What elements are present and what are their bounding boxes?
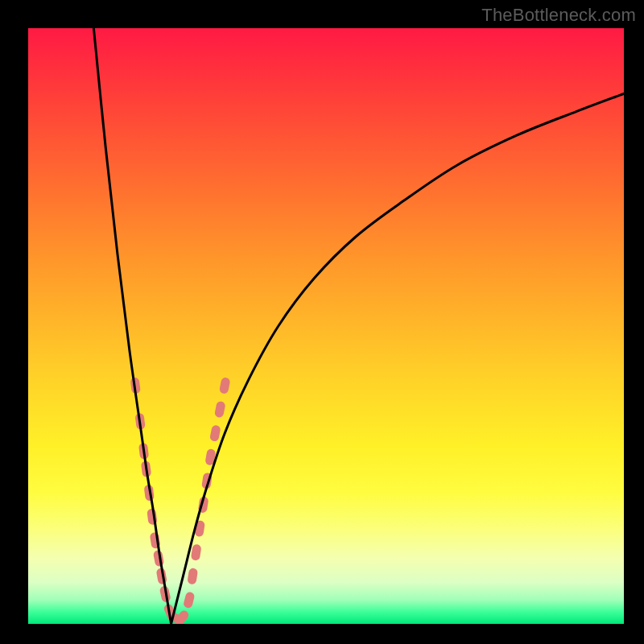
curve-marker [187,568,198,584]
curve-marker [183,591,196,609]
curve-marker [214,401,226,419]
plot-area [28,28,624,624]
outer-frame: TheBottleneck.com [0,0,644,644]
curve-marker [219,377,231,394]
curve-layer [28,28,624,624]
left-branch-curve [93,28,171,624]
curve-marker [209,424,221,442]
curve-marker [191,543,202,560]
right-branch-curve [171,93,624,624]
watermark-text: TheBottleneck.com [481,5,636,26]
